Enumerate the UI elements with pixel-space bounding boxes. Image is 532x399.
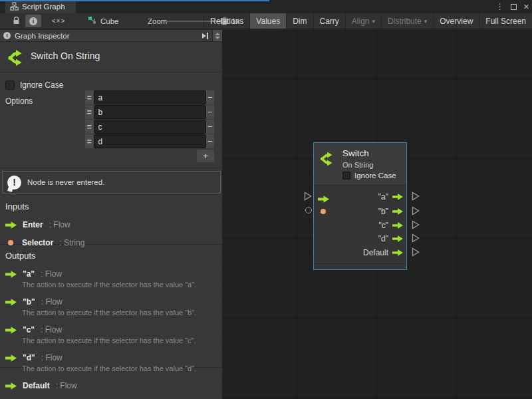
close-icon[interactable]: ✕: [523, 3, 529, 11]
graph-inspector-panel: i Graph Inspector Switch On String: [0, 30, 223, 399]
panel-spinner-control[interactable]: [212, 30, 222, 41]
remove-option-button[interactable]: −: [206, 90, 215, 104]
unit-header: Switch On String: [0, 43, 222, 72]
output-port-default[interactable]: Default: [363, 248, 403, 257]
output-port-a[interactable]: "a": [378, 192, 403, 201]
flow-arrow-icon: [5, 299, 17, 306]
window-controls: ⋮ ✕: [496, 0, 529, 13]
flow-arrow-icon: [5, 327, 17, 334]
options-label: Options: [5, 96, 33, 106]
flow-arrow-icon: [392, 208, 403, 215]
dock-panel-icon[interactable]: [202, 33, 208, 39]
drag-handle-icon[interactable]: =: [85, 105, 94, 119]
flow-arrow-icon: [318, 196, 329, 203]
remove-option-button[interactable]: −: [206, 134, 215, 148]
value-hint-circle-icon[interactable]: [305, 207, 312, 213]
lock-icon: [13, 15, 20, 27]
info-icon: i: [3, 32, 11, 39]
drag-handle-icon[interactable]: =: [85, 134, 94, 148]
maximize-icon[interactable]: [511, 4, 517, 10]
outputs-section: Outputs "a": Flow The action to execute …: [0, 245, 222, 368]
inspector-toggle-button[interactable]: i: [25, 15, 41, 27]
enter-port[interactable]: [318, 194, 329, 205]
output-description: The action to execute if the selector ha…: [22, 281, 222, 289]
ignore-case-setting: Ignore Case: [5, 80, 63, 90]
values-button[interactable]: Values: [249, 13, 286, 29]
flow-arrow-icon: [392, 222, 403, 229]
option-input[interactable]: [94, 134, 206, 148]
lock-button[interactable]: [8, 15, 24, 27]
window-menu-icon[interactable]: ⋮: [496, 3, 504, 11]
carry-button[interactable]: Carry: [313, 13, 345, 29]
script-graph-window: Script Graph ⋮ ✕ i <×> Cube Zoom 1: [0, 0, 532, 399]
flow-arrow-icon: [5, 271, 17, 278]
code-view-button[interactable]: <×>: [48, 15, 69, 27]
info-icon: i: [29, 17, 37, 25]
output-item: Default: Flow: [0, 381, 222, 390]
align-dropdown[interactable]: Align ▾: [345, 13, 381, 29]
relations-button[interactable]: Relations: [203, 13, 249, 29]
output-description: The action to execute if the selector ha…: [22, 309, 222, 317]
zoom-label: Zoom: [148, 13, 167, 29]
flow-arrow-icon: [5, 221, 17, 229]
output-port-b[interactable]: "b": [378, 207, 403, 216]
inputs-header: Inputs: [5, 201, 222, 211]
output-item: "b": Flow The action to execute if the s…: [0, 297, 222, 317]
flow-hint-triangle-icon[interactable]: [412, 247, 420, 257]
unit-settings: Ignore Case Options = − = − =: [0, 73, 222, 168]
overview-button[interactable]: Overview: [433, 13, 479, 29]
chevron-down-icon: ▾: [372, 18, 376, 25]
inspector-title: Graph Inspector: [15, 32, 69, 40]
flow-hint-triangle-icon[interactable]: [304, 192, 312, 201]
bolt-graph-icon: [88, 16, 96, 26]
toolbar-button-group: Relations Values Dim Carry Align ▾ Distr…: [203, 13, 532, 29]
output-port-d[interactable]: "d": [378, 234, 403, 243]
distribute-dropdown[interactable]: Distribute ▾: [381, 13, 433, 29]
selector-port[interactable]: [321, 209, 326, 214]
unit-title: Switch On String: [31, 51, 100, 61]
add-option-button[interactable]: +: [197, 150, 214, 162]
ignore-case-checkbox[interactable]: [342, 172, 350, 180]
input-port-enter: Enter : Flow: [5, 220, 222, 229]
remove-option-button[interactable]: −: [206, 120, 215, 134]
option-input[interactable]: [94, 105, 206, 119]
full-screen-button[interactable]: Full Screen: [479, 13, 532, 29]
arrow-down-icon: [215, 37, 220, 39]
drag-handle-icon[interactable]: =: [85, 90, 94, 104]
ignore-case-checkbox[interactable]: [5, 80, 15, 90]
flow-hint-triangle-icon[interactable]: [412, 206, 420, 215]
option-input[interactable]: [94, 90, 206, 104]
graph-canvas[interactable]: Switch On String Ignore Case "a" "b": [223, 30, 532, 399]
flow-hint-triangle-icon[interactable]: [412, 220, 420, 229]
switch-icon: [6, 48, 26, 68]
option-row: = −: [85, 105, 214, 119]
drag-handle-icon[interactable]: =: [85, 120, 94, 134]
flow-hint-triangle-icon[interactable]: [412, 192, 420, 201]
arrow-up-icon: [215, 33, 220, 35]
option-input[interactable]: [94, 120, 206, 134]
node-header: Switch On String Ignore Case: [314, 143, 406, 186]
dim-button[interactable]: Dim: [286, 13, 313, 29]
node-body: "a" "b" "c" "d" Default: [314, 186, 406, 263]
chevron-down-icon: ▾: [424, 18, 428, 25]
focus-highlight-line: [0, 0, 269, 1]
graph-toolbar: i <×> Cube Zoom 1x Relations Values Dim …: [0, 13, 532, 29]
target-label: Cube: [100, 17, 119, 25]
option-row: = −: [85, 134, 214, 148]
graph-target-breadcrumb[interactable]: Cube: [88, 13, 119, 29]
option-row: = −: [85, 90, 214, 104]
node-title: Switch: [342, 148, 369, 158]
flow-arrow-icon: [5, 382, 17, 390]
remove-option-button[interactable]: −: [206, 105, 215, 119]
tab-bar: Script Graph ⋮ ✕: [0, 0, 532, 13]
graph-icon: [10, 2, 19, 12]
tab-script-graph[interactable]: Script Graph: [5, 0, 76, 13]
output-item: "d": Flow The action to execute if the s…: [0, 353, 222, 372]
options-list: = − = − = − =: [85, 90, 214, 162]
tab-label: Script Graph: [22, 3, 65, 11]
output-port-c[interactable]: "c": [378, 221, 403, 230]
switch-on-string-node[interactable]: Switch On String Ignore Case "a" "b": [313, 142, 407, 270]
warning-text: Node is never entered.: [27, 178, 104, 186]
warning-box: ! Node is never entered.: [2, 171, 221, 194]
flow-hint-triangle-icon[interactable]: [412, 233, 420, 243]
